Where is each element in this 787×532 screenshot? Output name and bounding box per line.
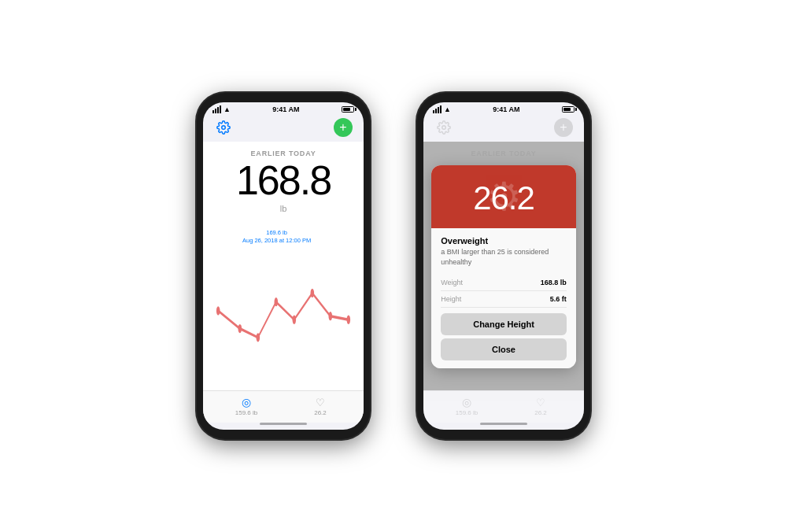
bmi-status-label: Overweight xyxy=(441,236,567,246)
phone-frame-1: ▲ 9:41 AM + xyxy=(197,93,370,439)
bmi-bg-icon: ⚙ xyxy=(486,174,522,220)
tab-weight-value-1: 159.6 lb xyxy=(235,409,257,416)
phone-1: ▲ 9:41 AM + xyxy=(197,93,370,439)
gear-icon xyxy=(216,120,231,135)
app-header-1: + xyxy=(203,115,364,142)
bar3-2 xyxy=(438,107,439,113)
status-battery-2 xyxy=(562,106,575,113)
battery-icon-1 xyxy=(342,106,354,113)
svg-point-0 xyxy=(222,126,226,130)
tab-item-weight-1[interactable]: ◎ 159.6 lb xyxy=(209,396,283,416)
status-battery-1 xyxy=(342,106,354,113)
home-indicator-2 xyxy=(480,423,527,425)
bmi-height-row: Height 5.6 ft xyxy=(441,291,567,308)
gear-icon-2 xyxy=(437,120,451,135)
settings-button-1[interactable] xyxy=(214,118,233,137)
app-main-2: EARLIER TODAY 168.8 lb ⚙ 26.2 Over xyxy=(423,142,584,390)
bmi-description: a BMI larger than 25 is considered unhea… xyxy=(441,247,567,267)
bmi-height-value: 5.6 ft xyxy=(550,295,567,303)
add-button-1[interactable]: + xyxy=(334,118,353,137)
weight-sublabel-1: EARLIER TODAY xyxy=(251,150,316,157)
wifi-icon: ▲ xyxy=(224,105,231,113)
status-bar-2: ▲ 9:41 AM xyxy=(423,102,584,115)
bmi-card-header: ⚙ 26.2 xyxy=(431,165,576,228)
add-button-2: + xyxy=(554,118,573,137)
bmi-height-label: Height xyxy=(441,295,461,303)
battery-icon-2 xyxy=(562,106,575,113)
signal-bars-icon xyxy=(212,105,221,113)
tab-bmi-value-1: 26.2 xyxy=(314,409,327,416)
svg-point-3 xyxy=(257,333,260,342)
close-button[interactable]: Close xyxy=(441,338,567,360)
tab-bar-1: ◎ 159.6 lb ♡ 26.2 xyxy=(203,390,364,423)
status-signal-2: ▲ xyxy=(433,105,451,113)
bmi-card-body: Overweight a BMI larger than 25 is consi… xyxy=(431,228,576,368)
battery-fill-2 xyxy=(563,108,571,111)
svg-point-7 xyxy=(329,312,333,320)
bar4 xyxy=(220,105,221,113)
svg-point-5 xyxy=(293,315,297,323)
signal-bars-icon-2 xyxy=(433,105,442,113)
phone-frame-2: ▲ 9:41 AM + xyxy=(417,93,590,439)
bmi-tab-icon: ♡ xyxy=(316,397,325,408)
bar2-2 xyxy=(435,109,437,113)
tab-item-bmi-2: ♡ 26.2 xyxy=(504,397,578,416)
status-time-2: 9:41 AM xyxy=(493,105,519,113)
weight-value-1: 168.8 xyxy=(236,159,331,202)
bmi-weight-row: Weight 168.8 lb xyxy=(441,275,567,291)
weight-tab-icon-2: ◎ xyxy=(462,396,471,408)
change-height-button[interactable]: Change Height xyxy=(441,313,567,335)
wifi-icon-2: ▲ xyxy=(444,105,451,113)
tab-item-weight-2: ◎ 159.6 lb xyxy=(430,396,504,416)
chart-annotation-1: 169.6 lb Aug 26, 2018 at 12:00 PM xyxy=(242,229,311,246)
bmi-tab-icon-2: ♡ xyxy=(536,397,545,408)
phone-screen-1: ▲ 9:41 AM + xyxy=(203,102,364,430)
tab-bmi-value-2: 26.2 xyxy=(534,409,547,416)
bar4-2 xyxy=(440,105,442,113)
chart-area-1: 169.6 lb Aug 26, 2018 at 12:00 PM xyxy=(203,213,364,390)
weight-tab-icon: ◎ xyxy=(242,396,251,408)
app-main-1: EARLIER TODAY 168.8 lb 169.6 lb Aug 26, … xyxy=(203,142,364,390)
phone-2: ▲ 9:41 AM + xyxy=(417,93,590,439)
phone-screen-2: ▲ 9:41 AM + xyxy=(423,102,584,430)
app-header-2: + xyxy=(423,115,584,142)
status-bar-1: ▲ 9:41 AM xyxy=(203,102,364,115)
svg-point-2 xyxy=(238,323,242,332)
chart-annotation-line2: Aug 26, 2018 at 12:00 PM xyxy=(242,237,311,246)
status-signal: ▲ xyxy=(212,105,231,113)
bar1-2 xyxy=(433,110,434,113)
home-indicator-1 xyxy=(260,423,307,425)
svg-point-1 xyxy=(216,306,220,315)
chart-annotation-line1: 169.6 lb xyxy=(242,229,311,238)
tab-bar-2: ◎ 159.6 lb ♡ 26.2 xyxy=(423,390,584,423)
status-time-1: 9:41 AM xyxy=(272,105,299,113)
svg-point-4 xyxy=(275,297,279,306)
bar2 xyxy=(215,109,216,113)
settings-button-2 xyxy=(434,118,453,137)
bar1 xyxy=(212,110,214,113)
battery-fill-1 xyxy=(343,108,350,111)
bmi-weight-value: 168.8 lb xyxy=(541,279,567,286)
svg-point-6 xyxy=(311,288,315,297)
bmi-overlay: ⚙ 26.2 Overweight a BMI larger than 25 i… xyxy=(423,142,584,390)
bmi-card: ⚙ 26.2 Overweight a BMI larger than 25 i… xyxy=(431,165,576,368)
svg-point-9 xyxy=(442,126,446,130)
bar3 xyxy=(217,107,219,113)
weight-unit-1: lb xyxy=(280,204,287,213)
tab-weight-value-2: 159.6 lb xyxy=(456,409,478,416)
svg-point-8 xyxy=(347,315,351,323)
bmi-weight-label: Weight xyxy=(441,279,463,286)
tab-item-bmi-1[interactable]: ♡ 26.2 xyxy=(283,397,357,416)
